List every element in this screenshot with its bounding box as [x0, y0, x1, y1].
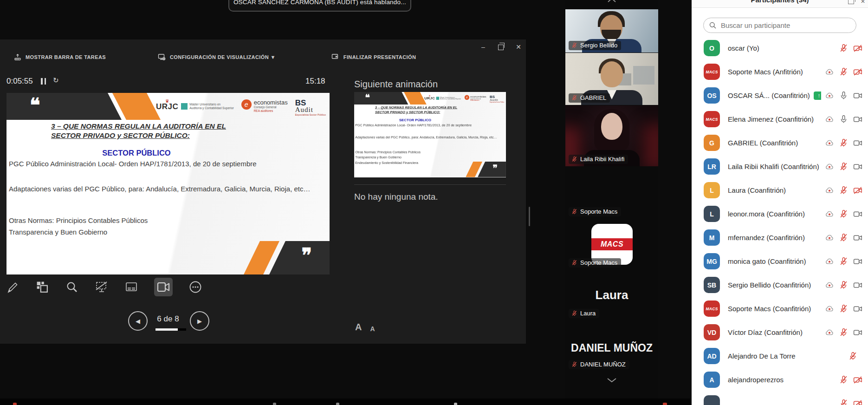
notes-placeholder: No hay ninguna nota. — [354, 192, 438, 202]
participant-row[interactable]: LR Laila Ribii Khalifi (Coanfitrión) ↑ — [692, 155, 868, 178]
participant-row[interactable]: MACS Soporte Macs (Coanfitrión) ↑ — [692, 297, 868, 320]
pause-timer-icon[interactable] — [41, 78, 46, 85]
camera-status-icon[interactable] — [853, 328, 862, 337]
collapse-strip-chevron[interactable] — [565, 0, 658, 3]
mic-status-icon[interactable] — [839, 233, 848, 242]
participant-row[interactable]: O oscar (Yo) ↑ — [692, 36, 868, 60]
participant-row[interactable]: G GABRIEL (Coanfitrión) ↑ — [692, 131, 868, 155]
mic-status-icon[interactable] — [839, 115, 848, 124]
next-slide-thumbnail[interactable]: ❝ ♛URJC Máster Universitario enAuditoría… — [354, 92, 506, 177]
video-tile-laila[interactable]: Laila Ribii Khalifi — [565, 105, 658, 166]
recording-cloud-icon — [825, 67, 834, 77]
ellipsis-icon — [189, 281, 202, 294]
participant-avatar: VD — [704, 324, 720, 340]
camera-status-icon[interactable] — [853, 138, 862, 148]
participant-row[interactable]: A alejandroperezros ↑ — [692, 368, 868, 392]
camera-status-icon[interactable] — [853, 67, 862, 77]
meeting-screen: OSCAR SANCHEZ CARMONA (BS AUDIT) está ha… — [0, 0, 868, 405]
increase-font-button[interactable]: A — [355, 322, 362, 333]
taskbar-icon-fragment — [454, 403, 457, 405]
mic-status-icon[interactable] — [839, 328, 848, 337]
participant-name: OSCAR SÁ... (Coanfitrión) ↑ — [728, 91, 821, 100]
pen-tool-button[interactable] — [6, 280, 19, 294]
subtitles-button[interactable] — [124, 280, 138, 294]
camera-status-icon[interactable] — [853, 375, 862, 385]
video-tile-gabriel[interactable]: GABRIEL — [565, 53, 658, 105]
popout-panel-icon[interactable] — [848, 0, 854, 4]
participant-row[interactable]: M mfernandez (Coanfitrión) ↑ — [692, 226, 868, 249]
participant-row[interactable]: AD Alejandro De La Torre ↑ — [692, 344, 868, 368]
camera-status-icon[interactable] — [853, 162, 862, 171]
mic-muted-icon — [571, 361, 577, 367]
camera-status-icon[interactable] — [853, 209, 862, 219]
notes-divider — [354, 184, 506, 185]
mic-status-icon[interactable] — [839, 44, 848, 52]
camera-status-icon[interactable] — [853, 115, 862, 124]
decrease-font-button[interactable]: A — [370, 325, 375, 333]
restart-timer-icon[interactable]: ↻ — [53, 76, 59, 85]
pane-splitter-handle[interactable] — [529, 207, 530, 226]
search-input[interactable] — [720, 21, 850, 30]
participant-row[interactable]: MACS Elena Jimenez (Coanfitrión) ↑ — [692, 107, 868, 131]
mic-status-icon[interactable] — [839, 399, 848, 405]
mic-status-icon[interactable] — [839, 162, 848, 171]
more-options-button[interactable] — [188, 280, 202, 294]
mic-status-icon[interactable] — [839, 91, 848, 100]
camera-status-icon[interactable] — [853, 186, 862, 195]
black-screen-button[interactable] — [95, 280, 109, 294]
camera-toggle-button[interactable] — [154, 278, 173, 296]
participant-search-box[interactable] — [703, 18, 856, 33]
participant-row[interactable]: ↑ — [692, 392, 868, 405]
camera-status-icon[interactable] — [853, 257, 862, 266]
participant-row[interactable]: MACS Soporte Macs (Anfitrión) ↑ — [692, 60, 868, 84]
subtitles-icon — [125, 281, 138, 293]
show-taskbar-button[interactable]: MOSTRAR BARRA DE TAREAS — [14, 53, 106, 61]
camera-status-icon[interactable] — [853, 399, 862, 405]
mic-status-icon[interactable] — [839, 257, 848, 266]
mic-muted-icon — [571, 42, 577, 48]
participant-avatar: O — [704, 40, 720, 56]
close-button[interactable]: ✕ — [510, 43, 527, 51]
participant-row[interactable]: SB Sergio Bellido (Coanfitrión) ↑ — [692, 273, 868, 297]
taskbar-icon-fragment — [13, 403, 17, 405]
video-filmstrip: Sergio Bellido GABRIEL Laila Ribii Khali… — [565, 0, 658, 405]
mic-status-icon[interactable] — [839, 304, 848, 313]
minimize-button[interactable]: – — [474, 43, 492, 51]
end-presentation-button[interactable]: FINALIZAR PRESENTACIÓN — [331, 53, 416, 61]
mic-status-icon[interactable] — [849, 352, 857, 360]
participant-avatar: M — [704, 229, 720, 246]
participant-row[interactable]: L leonor.mora (Coanfitrión) ↑ — [692, 202, 868, 226]
participant-row[interactable]: MG monica gato (Coanfitrión) ↑ — [692, 249, 868, 273]
restore-button[interactable] — [492, 44, 510, 50]
mic-status-icon[interactable] — [839, 375, 848, 384]
slide-sorter-icon — [36, 281, 48, 293]
camera-status-icon[interactable] — [853, 304, 862, 314]
mic-status-icon[interactable] — [839, 209, 848, 218]
participant-row[interactable]: L Laura (Coanfitrión) ↑ — [692, 178, 868, 202]
expand-strip-chevron[interactable] — [565, 377, 658, 383]
previous-slide-button[interactable]: ◀ — [128, 311, 148, 331]
display-settings-button[interactable]: CONFIGURACIÓN DE VISUALIZACIÓN ▼ — [158, 53, 276, 61]
camera-icon — [157, 281, 170, 293]
see-all-slides-button[interactable] — [35, 280, 49, 294]
participant-row[interactable]: VD Víctor Díaz (Coanfitrión) ↑ — [692, 320, 868, 344]
taskbar-icon-fragment — [336, 403, 339, 405]
mic-status-icon[interactable] — [839, 186, 848, 195]
camera-status-icon[interactable] — [853, 233, 862, 242]
camera-status-icon[interactable] — [853, 281, 862, 290]
current-slide[interactable]: ❝ ♛ URJC Máster Universitario enAuditorí… — [6, 93, 330, 274]
mic-status-icon[interactable] — [839, 281, 848, 289]
recording-cloud-icon — [825, 328, 834, 337]
camera-status-icon[interactable] — [853, 91, 862, 100]
recording-cloud-icon — [825, 257, 834, 266]
participant-row[interactable]: OS OSCAR SÁ... (Coanfitrión) ↑ — [692, 84, 868, 107]
mic-status-icon[interactable] — [839, 138, 848, 147]
mic-muted-icon — [571, 95, 577, 101]
video-tile-sergio[interactable]: Sergio Bellido — [565, 9, 658, 52]
next-slide-button[interactable]: ▶ — [190, 311, 209, 331]
close-panel-icon[interactable]: ✕ — [861, 0, 865, 5]
active-speaker-banner: OSCAR SANCHEZ CARMONA (BS AUDIT) está ha… — [228, 0, 411, 12]
camera-status-icon[interactable] — [853, 44, 862, 53]
zoom-slide-button[interactable] — [65, 280, 79, 294]
mic-status-icon[interactable] — [839, 67, 848, 76]
